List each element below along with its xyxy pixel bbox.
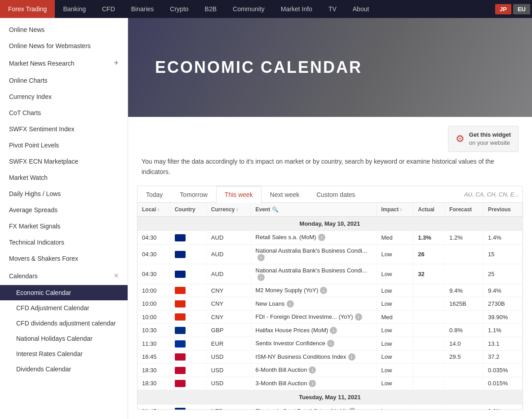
sidebar-item-swfx-ecn[interactable]: SWFX ECN Marketplace — [0, 153, 128, 169]
info-icon[interactable]: i — [330, 327, 337, 334]
col-event: Event 🔍 — [251, 203, 377, 217]
calendar-scroll-area[interactable]: Local Country Currency Event 🔍 Impact Ac… — [137, 203, 523, 410]
nav-item-b2b[interactable]: B2B — [197, 0, 225, 18]
cell-country — [170, 264, 206, 284]
flag-icon — [175, 340, 186, 348]
widget-label2: on your website — [469, 139, 511, 147]
cell-actual — [413, 364, 445, 377]
cell-previous: 1.4% — [483, 231, 523, 245]
tab-next-week[interactable]: Next week — [262, 186, 308, 203]
cell-country — [170, 324, 206, 337]
sidebar-item-average-spreads[interactable]: Average Spreads — [0, 202, 128, 218]
col-local[interactable]: Local — [137, 203, 170, 217]
info-icon[interactable]: i — [257, 254, 265, 261]
sidebar-item-dividends-calendar[interactable]: Dividends Calendar — [0, 361, 128, 377]
cell-event: National Australia Bank's Business Condi… — [251, 244, 377, 264]
cell-impact: Low — [377, 364, 413, 377]
cell-time: 04:30 — [137, 231, 170, 245]
nav-item-binaries[interactable]: Binaries — [123, 0, 162, 18]
nav-item-cfd[interactable]: CFD — [94, 0, 123, 18]
col-currency[interactable]: Currency — [206, 203, 251, 217]
nav-item-forex-trading[interactable]: Forex Trading — [0, 0, 55, 18]
page-layout: Online News Online News for Webmasters M… — [0, 18, 532, 419]
info-icon[interactable]: i — [348, 353, 355, 361]
table-row: 10:00CNYNew LoansiLow1625B2730B — [137, 297, 523, 311]
table-header: Local Country Currency Event 🔍 Impact Ac… — [137, 203, 523, 217]
cell-event: Electronic Card Retail Sales (MoM)i — [251, 405, 377, 410]
table-row: 04:30AUDRetail Sales s.a. (MoM)iMed1.3%1… — [137, 231, 523, 245]
info-icon[interactable]: i — [287, 300, 294, 308]
tab-this-week[interactable]: This week — [216, 186, 262, 203]
cell-actual — [413, 350, 445, 364]
col-impact[interactable]: Impact — [377, 203, 413, 217]
cell-forecast — [445, 310, 483, 324]
table-row: 18:30USD3-Month Bill AuctioniLow0.015% — [137, 377, 523, 390]
sidebar-item-fx-market-signals[interactable]: FX Market Signals — [0, 218, 128, 234]
nav-item-crypto[interactable]: Crypto — [162, 0, 196, 18]
tab-tomorrow[interactable]: Tomorrow — [171, 186, 216, 203]
info-icon[interactable]: i — [257, 274, 265, 281]
sidebar-item-technical-indicators[interactable]: Technical Indicators — [0, 234, 128, 250]
sidebar-item-online-news[interactable]: Online News — [0, 22, 128, 38]
tab-today[interactable]: Today — [137, 186, 171, 203]
sidebar-item-swfx-sentiment[interactable]: SWFX Sentiment Index — [0, 121, 128, 137]
sidebar-item-online-charts[interactable]: Online Charts — [0, 72, 128, 89]
table-row: 04:30AUDNational Australia Bank's Busine… — [137, 244, 523, 264]
lang-eu-button[interactable]: EU — [513, 4, 530, 14]
sidebar-item-calendars[interactable]: Calendars × — [0, 267, 128, 285]
widget-label1: Get this widget — [469, 131, 511, 139]
gear-icon: ⚙ — [456, 133, 465, 145]
cell-country — [170, 284, 206, 297]
cell-time: 18:30 — [137, 377, 170, 390]
info-icon[interactable]: i — [309, 380, 316, 387]
nav-item-about[interactable]: About — [345, 0, 377, 18]
cell-actual — [413, 377, 445, 390]
get-widget-button[interactable]: ⚙ Get this widget on your website — [448, 126, 519, 152]
nav-item-market-info[interactable]: Market Info — [273, 0, 320, 18]
nav-item-community[interactable]: Community — [225, 0, 273, 18]
table-row: 16:45USDISM-NY Business Conditions Index… — [137, 350, 523, 364]
sidebar-item-cfd-dividends-calendar[interactable]: CFD dividends adjustment calendar — [0, 316, 128, 331]
sidebar-item-interest-rates[interactable]: Interest Rates Calendar — [0, 346, 128, 361]
sidebar-item-cot-charts[interactable]: CoT Charts — [0, 105, 128, 121]
lang-jp-button[interactable]: JP — [495, 4, 511, 14]
info-icon[interactable]: i — [327, 340, 334, 347]
info-icon[interactable]: i — [309, 366, 316, 374]
cell-actual — [413, 297, 445, 311]
cell-previous: 25 — [483, 264, 523, 284]
filter-display[interactable]: AU, CA, CH, CN, E... — [464, 191, 523, 198]
tab-custom-dates[interactable]: Custom dates — [308, 186, 364, 203]
cell-country — [170, 244, 206, 264]
sidebar-item-national-holidays[interactable]: National Holidays Calendar — [0, 331, 128, 346]
calendar-table: Local Country Currency Event 🔍 Impact Ac… — [137, 203, 523, 410]
sidebar-item-currency-index[interactable]: Currency Index — [0, 89, 128, 105]
cell-time: 18:30 — [137, 364, 170, 377]
cell-country — [170, 297, 206, 311]
nav-item-banking[interactable]: Banking — [55, 0, 94, 18]
sidebar-item-daily-highs-lows[interactable]: Daily Highs / Lows — [0, 186, 128, 202]
search-icon[interactable]: 🔍 — [272, 206, 279, 213]
cell-country — [170, 350, 206, 364]
info-icon[interactable]: i — [349, 408, 356, 410]
cell-forecast: 14.0 — [445, 337, 483, 350]
cell-previous: 2730B — [483, 297, 523, 311]
info-icon[interactable]: i — [355, 313, 362, 321]
sidebar-item-movers-shakers[interactable]: Movers & Shakers Forex — [0, 250, 128, 267]
sidebar-item-economic-calendar[interactable]: Economic Calendar — [0, 285, 128, 300]
col-country: Country — [170, 203, 206, 217]
cell-actual — [413, 284, 445, 297]
sidebar-item-market-news-research[interactable]: Market News Research + — [0, 54, 128, 72]
info-icon[interactable]: i — [320, 287, 327, 294]
cell-impact: Low — [377, 405, 413, 410]
hero-banner: ECONOMIC CALENDAR — [128, 18, 532, 117]
info-icon[interactable]: i — [318, 234, 325, 241]
cell-forecast: 1.2% — [445, 231, 483, 245]
sidebar-item-online-news-webmasters[interactable]: Online News for Webmasters — [0, 38, 128, 54]
table-row: 10:00CNYFDI - Foreign Direct Investme...… — [137, 310, 523, 324]
table-row: 01:45NZDElectronic Card Retail Sales (Mo… — [137, 405, 523, 410]
cell-currency: AUD — [206, 244, 251, 264]
sidebar-item-market-watch[interactable]: Market Watch — [0, 169, 128, 186]
sidebar-item-pivot-point[interactable]: Pivot Point Levels — [0, 137, 128, 153]
nav-item-tv[interactable]: TV — [320, 0, 345, 18]
sidebar-item-cfd-adjustment-calendar[interactable]: CFD Adjustment Calendar — [0, 300, 128, 316]
